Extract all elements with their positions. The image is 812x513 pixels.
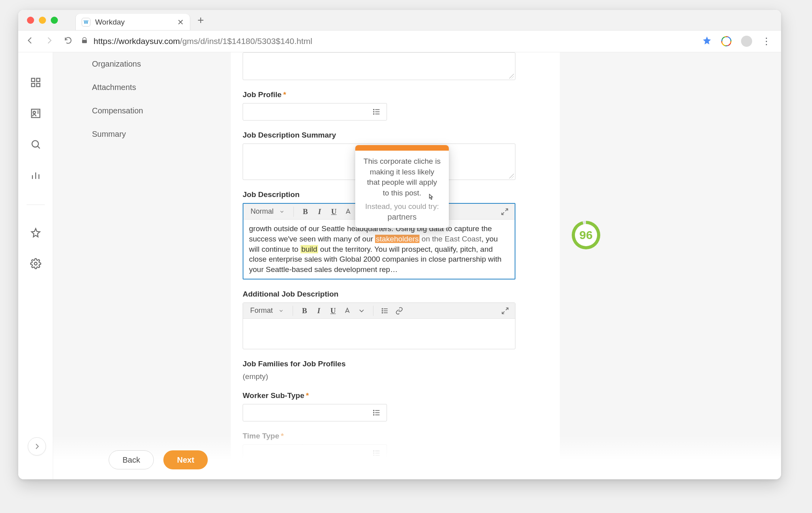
svg-line-37 <box>506 308 508 310</box>
flagged-word[interactable]: stakeholders <box>375 235 419 243</box>
underline-button[interactable]: U <box>328 206 340 218</box>
job-profile-label: Job Profile* <box>243 90 548 99</box>
format-select[interactable]: Format <box>247 306 287 315</box>
svg-point-43 <box>373 412 374 413</box>
apps-icon[interactable] <box>30 77 41 90</box>
pointer-cursor-icon <box>426 193 435 205</box>
maximize-window-button[interactable] <box>51 17 58 24</box>
tooltip-suggestion[interactable]: partners <box>355 212 449 228</box>
addl-jd-editor[interactable]: Format B I U <box>243 302 515 349</box>
sidebar-item-summary[interactable]: Summary <box>53 123 231 146</box>
svg-point-44 <box>373 415 374 415</box>
svg-line-29 <box>502 212 504 214</box>
color-chevron-icon[interactable] <box>356 305 368 317</box>
prev-field-textarea[interactable] <box>243 52 515 80</box>
flagged-word[interactable]: build <box>301 245 318 253</box>
titlebar: W Workday ✕ + <box>18 10 781 31</box>
app-nav-rail <box>18 52 53 479</box>
search-icon[interactable] <box>30 139 41 151</box>
browser-menu-icon[interactable]: ⋮ <box>762 36 772 47</box>
resize-grip-icon[interactable] <box>509 174 514 178</box>
profile-card-icon[interactable] <box>30 108 41 121</box>
close-window-button[interactable] <box>27 17 34 24</box>
svg-point-14 <box>34 262 37 265</box>
profile-avatar[interactable] <box>741 36 752 47</box>
tab-close-icon[interactable]: ✕ <box>177 17 184 27</box>
address-field[interactable]: https://workdaysuv.com/gms/d/inst/1$1418… <box>81 36 696 46</box>
bold-button[interactable]: B <box>299 206 311 218</box>
tab-title: Workday <box>95 18 172 27</box>
form-panel: Job Profile* Job Description Summary Job… <box>231 52 560 479</box>
svg-rect-3 <box>31 83 34 86</box>
favorite-star-icon[interactable] <box>30 227 41 240</box>
expand-editor-button[interactable] <box>499 305 511 317</box>
nav-forward-button[interactable] <box>43 36 56 46</box>
quality-score-badge: 96 <box>572 221 600 249</box>
svg-rect-4 <box>36 83 40 86</box>
svg-rect-0 <box>82 40 87 43</box>
bold-button[interactable]: B <box>299 305 310 317</box>
svg-point-20 <box>373 114 374 115</box>
worker-subtype-label: Worker Sub-Type* <box>243 391 548 400</box>
expand-editor-button[interactable] <box>499 206 511 218</box>
text-color-button[interactable] <box>342 206 354 218</box>
worker-subtype-select[interactable] <box>243 404 387 421</box>
jd-summary-label: Job Description Summary <box>243 131 548 140</box>
job-families-label: Job Families for Job Profiles <box>243 360 548 368</box>
resize-grip-icon[interactable] <box>509 74 514 78</box>
browser-window: W Workday ✕ + https://workdaysuv.com/gms… <box>18 10 781 479</box>
lock-icon <box>81 36 88 46</box>
content-area: Organizations Attachments Compensation S… <box>53 52 781 479</box>
browser-tab[interactable]: W Workday ✕ <box>75 14 190 31</box>
nav-reload-button[interactable] <box>62 36 75 46</box>
settings-gear-icon[interactable] <box>30 258 41 271</box>
new-tab-button[interactable]: + <box>197 14 204 27</box>
addl-jd-editor-body[interactable] <box>243 319 515 349</box>
time-type-label: Time Type* <box>243 432 548 440</box>
next-button[interactable]: Next <box>163 450 207 469</box>
svg-line-28 <box>506 209 508 211</box>
tooltip-accent-bar <box>355 145 449 151</box>
job-families-value: (empty) <box>243 372 548 381</box>
job-profile-select[interactable] <box>243 103 387 121</box>
chevron-down-icon <box>279 209 285 214</box>
nav-back-button[interactable] <box>24 36 36 46</box>
minimize-window-button[interactable] <box>39 17 46 24</box>
addl-jd-label: Additional Job Description <box>243 290 548 299</box>
svg-point-18 <box>373 109 374 110</box>
tab-favicon: W <box>82 18 90 27</box>
svg-point-36 <box>382 312 383 313</box>
url-bar: https://workdaysuv.com/gms/d/inst/1$1418… <box>18 31 781 52</box>
link-button[interactable] <box>393 305 405 317</box>
sidebar-item-organizations[interactable]: Organizations <box>53 52 231 76</box>
svg-rect-1 <box>31 78 34 82</box>
list-icon <box>372 107 381 116</box>
svg-point-19 <box>373 111 374 112</box>
svg-rect-2 <box>36 78 40 82</box>
italic-button[interactable]: I <box>313 305 325 317</box>
section-sidebar: Organizations Attachments Compensation S… <box>53 52 231 479</box>
svg-line-10 <box>37 146 40 149</box>
extension-ring-icon[interactable] <box>721 36 732 46</box>
format-select[interactable]: Normal <box>247 207 288 216</box>
sidebar-item-attachments[interactable]: Attachments <box>53 76 231 99</box>
svg-point-34 <box>382 308 383 309</box>
back-button[interactable]: Back <box>109 450 154 469</box>
underline-button[interactable]: U <box>327 305 339 317</box>
svg-point-9 <box>32 141 38 147</box>
sidebar-item-compensation[interactable]: Compensation <box>53 99 231 123</box>
suggestion-tooltip: This corporate cliche is making it less … <box>355 145 449 228</box>
window-controls <box>18 17 67 24</box>
addl-jd-toolbar: Format B I U <box>243 303 515 319</box>
list-button[interactable] <box>379 305 391 317</box>
wizard-footer: Back Next <box>53 440 781 479</box>
app-viewport: Organizations Attachments Compensation S… <box>18 52 781 479</box>
expand-rail-button[interactable] <box>28 437 46 456</box>
italic-button[interactable]: I <box>314 206 326 218</box>
jd-editor-body[interactable]: growth outside of our Seattle headquarte… <box>243 220 515 279</box>
url-host: https://workdaysuv.com <box>94 36 180 46</box>
text-color-button[interactable] <box>341 305 353 317</box>
analytics-icon[interactable] <box>30 170 41 182</box>
svg-point-42 <box>373 410 374 411</box>
bookmark-star-icon[interactable] <box>702 36 712 47</box>
